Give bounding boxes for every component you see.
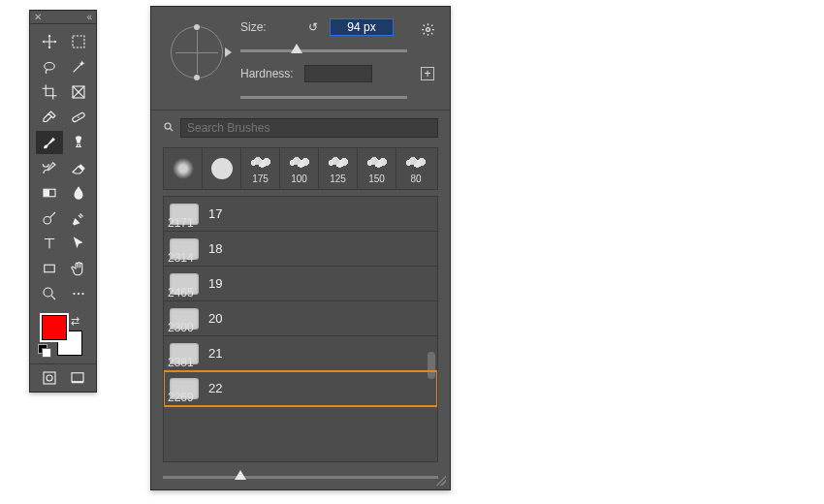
brush-tool[interactable]	[36, 131, 63, 154]
svg-rect-17	[72, 382, 83, 384]
svg-rect-14	[44, 372, 55, 384]
tools-panel: ✕ « ⇄	[29, 10, 97, 393]
edit-toolbar[interactable]	[65, 282, 92, 305]
move-tool[interactable]	[36, 30, 63, 53]
clone-stamp-tool[interactable]	[65, 131, 92, 154]
history-brush-tool[interactable]	[36, 156, 63, 179]
hardness-label: Hardness:	[240, 67, 297, 80]
pen-tool[interactable]	[65, 206, 92, 230]
blur-tool[interactable]	[65, 181, 92, 205]
svg-point-13	[81, 293, 83, 295]
svg-point-8	[44, 217, 51, 225]
new-brush-icon[interactable]: +	[421, 67, 434, 80]
tools-panel-header: ✕ «	[30, 11, 96, 24]
recent-tip-tip-175[interactable]: 175	[241, 148, 280, 189]
zoom-tool[interactable]	[36, 282, 63, 305]
brush-size-label: 2269	[168, 391, 194, 404]
foreground-color-swatch[interactable]	[42, 315, 67, 340]
brush-name: 18	[208, 241, 222, 256]
svg-point-15	[47, 375, 52, 381]
brush-size-label: 2171	[168, 216, 194, 230]
brush-name: 20	[208, 311, 222, 326]
hardness-input[interactable]	[304, 65, 372, 82]
color-swatches: ⇄	[30, 311, 96, 363]
default-colors-icon[interactable]	[38, 344, 51, 358]
brush-size-label: 2465	[168, 286, 194, 299]
hand-tool[interactable]	[65, 257, 92, 280]
recent-brushes-strip: 17510012515080	[163, 147, 438, 190]
svg-point-5	[76, 136, 81, 141]
swap-colors-icon[interactable]: ⇄	[71, 315, 82, 327]
brush-size-label: 2300	[168, 321, 194, 334]
brush-name: 21	[208, 346, 222, 361]
brush-item[interactable]: 212381	[164, 336, 437, 371]
brush-settings-header: Size: ↺ Hardness: +	[151, 7, 450, 110]
close-icon[interactable]: ✕	[34, 12, 42, 22]
quick-mask-toggle[interactable]	[36, 368, 62, 388]
brush-size-label: 2314	[168, 251, 194, 265]
recent-tip-label: 150	[368, 173, 385, 184]
brush-item[interactable]: 182314	[164, 232, 437, 267]
settings-gear-icon[interactable]	[421, 22, 435, 40]
size-slider[interactable]	[240, 44, 407, 57]
frame-tool[interactable]	[65, 80, 92, 104]
recent-tip-label: 80	[410, 173, 421, 184]
svg-point-18	[426, 28, 429, 32]
svg-point-10	[44, 288, 52, 297]
brush-item[interactable]: 222269	[164, 371, 437, 406]
hardness-slider[interactable]	[240, 90, 407, 104]
eraser-tool[interactable]	[65, 156, 92, 179]
recent-tip-tip-125[interactable]: 125	[319, 148, 358, 189]
collapse-icon[interactable]: «	[86, 12, 92, 22]
svg-point-19	[165, 123, 171, 129]
brush-name: 19	[208, 276, 222, 291]
brush-size-label: 2381	[168, 356, 194, 369]
dodge-tool[interactable]	[36, 206, 63, 230]
screen-mode-toggle[interactable]	[64, 368, 90, 388]
svg-point-4	[78, 116, 79, 118]
brush-item[interactable]: 172171	[164, 197, 437, 232]
size-input[interactable]	[330, 18, 394, 36]
recent-tip-label: 175	[252, 173, 269, 184]
type-tool[interactable]	[36, 232, 63, 255]
magic-wand-tool[interactable]	[65, 55, 92, 79]
brush-item[interactable]: 192465	[164, 267, 437, 301]
reset-size-icon[interactable]: ↺	[304, 19, 322, 35]
lasso-tool[interactable]	[36, 55, 63, 79]
recent-tip-tip-80[interactable]: 80	[396, 148, 435, 189]
svg-point-12	[78, 293, 79, 295]
crop-tool[interactable]	[36, 80, 63, 104]
svg-point-1	[45, 63, 55, 71]
eyedropper-tool[interactable]	[36, 106, 63, 129]
search-icon	[163, 121, 174, 136]
svg-rect-7	[44, 189, 49, 197]
svg-point-11	[73, 293, 75, 295]
rectangle-tool[interactable]	[36, 257, 63, 280]
svg-rect-0	[73, 36, 84, 47]
brush-list[interactable]: 172171182314192465202300212381222269	[163, 196, 438, 462]
recent-tip-label: 125	[330, 173, 346, 184]
gradient-tool[interactable]	[36, 181, 63, 205]
svg-rect-16	[72, 373, 83, 382]
preview-size-slider[interactable]	[163, 470, 438, 484]
path-select-tool[interactable]	[65, 232, 92, 255]
brush-angle-control[interactable]	[163, 18, 231, 98]
svg-rect-9	[45, 265, 55, 272]
search-brushes-input[interactable]	[180, 118, 438, 138]
brush-settings-panel: Size: ↺ Hardness: + 175100125150	[150, 6, 451, 490]
recent-tip-tip-150[interactable]: 150	[358, 148, 396, 189]
recent-tip-label: 100	[291, 173, 307, 184]
recent-tip-hard-round[interactable]	[203, 148, 241, 189]
brush-name: 17	[208, 206, 222, 221]
svg-line-20	[170, 128, 173, 131]
recent-tip-soft-round[interactable]	[164, 148, 203, 189]
size-label: Size:	[240, 20, 297, 34]
brush-name: 22	[208, 381, 222, 395]
brush-item[interactable]: 202300	[164, 301, 437, 336]
healing-brush-tool[interactable]	[65, 106, 92, 129]
resize-grip-icon[interactable]	[434, 474, 446, 486]
marquee-tool[interactable]	[65, 30, 92, 53]
recent-tip-tip-100[interactable]: 100	[280, 148, 319, 189]
